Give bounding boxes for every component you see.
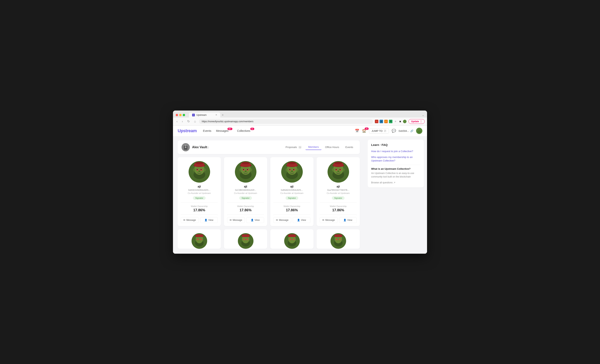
faq-question-1[interactable]: Who approves my membership to an Upstrea… xyxy=(371,155,420,163)
new-tab-button[interactable]: + xyxy=(220,112,225,118)
app-logo[interactable]: Upstream xyxy=(178,128,197,133)
browser-extensions: 🔖 ◎ ⚡ N ☆ ▣ xyxy=(375,120,406,123)
svg-point-15 xyxy=(196,162,203,164)
home-button[interactable]: ⌂ xyxy=(193,119,197,124)
view-button-0[interactable]: 👤 View xyxy=(200,217,218,223)
member-card-partial-0 xyxy=(178,229,221,249)
update-chevron: ⋮ xyxy=(420,120,422,123)
nav-messages[interactable]: Messages 99+ xyxy=(216,129,228,132)
svg-point-33 xyxy=(245,171,247,172)
svg-point-61 xyxy=(343,168,345,172)
svg-point-81 xyxy=(290,239,291,240)
user-profile-small[interactable] xyxy=(403,120,406,123)
tab-bar: U Upstream ✕ + xyxy=(189,112,420,118)
ext-icon-6[interactable]: ▣ xyxy=(398,120,402,123)
chat-button[interactable]: 💬 xyxy=(392,129,396,133)
url-text: https://noneofyourbiz.upstreamapp.com/me… xyxy=(202,120,253,123)
svg-point-3 xyxy=(418,130,419,130)
header-right: 📅 🏠 31 JUMP TO / 💬 0xb594... 🔗 xyxy=(355,128,422,134)
active-tab[interactable]: U Upstream ✕ xyxy=(189,112,220,118)
ext-icon-1[interactable]: 🔖 xyxy=(375,120,378,123)
member-actions-0: ✉ Message 👤 View xyxy=(181,215,218,223)
vault-home-icon[interactable]: ⌂ xyxy=(207,146,209,149)
tab-events[interactable]: Events xyxy=(343,145,356,150)
forward-button[interactable]: › xyxy=(181,119,184,124)
view-icon-2: 👤 xyxy=(297,219,300,221)
svg-point-57 xyxy=(336,169,337,170)
wallet-ownership-section-1: Wallet Ownership 17.86% xyxy=(227,202,264,215)
wallet-label-2: Wallet Ownership xyxy=(273,205,310,207)
wallet-pct-3: 17.86% xyxy=(320,208,357,212)
update-label: Update xyxy=(411,120,419,123)
nav-collectives[interactable]: Collectives 31 xyxy=(237,129,250,132)
copy-icon[interactable]: 🔗 xyxy=(410,129,413,132)
svg-point-82 xyxy=(293,239,294,240)
message-button-2[interactable]: ✉ Message xyxy=(273,217,291,223)
fullscreen-traffic-light[interactable] xyxy=(183,114,185,116)
svg-rect-87 xyxy=(335,234,342,237)
member-actions-1: ✉ Message 👤 View xyxy=(227,215,264,223)
ext-icon-5[interactable]: ☆ xyxy=(394,120,397,123)
vault-name: Alex Vault xyxy=(192,146,207,149)
tab-members[interactable]: Members xyxy=(305,144,321,150)
minimize-traffic-light[interactable] xyxy=(179,114,182,116)
user-avatar[interactable] xyxy=(416,128,422,134)
member-username-0: ajt xyxy=(197,185,201,188)
faq-featured-question: What is an Upstream Collective? xyxy=(371,167,420,170)
member-avatar-1 xyxy=(235,161,256,182)
wallet-label-3: Wallet Ownership xyxy=(320,205,357,207)
wallet-label-0: Wallet Ownership xyxy=(181,205,218,207)
close-traffic-light[interactable] xyxy=(176,114,178,116)
message-button-0[interactable]: ✉ Message xyxy=(181,217,198,223)
wallet-ownership-section-0: Wallet Ownership 17.86% xyxy=(181,202,218,215)
message-icon-2: ✉ xyxy=(276,219,278,221)
home-notification-button[interactable]: 🏠 31 xyxy=(362,129,366,133)
member-badge-2: Signator xyxy=(286,196,298,200)
view-button-1[interactable]: 👤 View xyxy=(246,217,264,223)
view-button-3[interactable]: 👤 View xyxy=(339,217,357,223)
jump-to-label: JUMP TO xyxy=(372,129,383,132)
view-button-2[interactable]: 👤 View xyxy=(293,217,310,223)
title-bar: U Upstream ✕ + ⌄ xyxy=(173,110,427,118)
svg-point-46 xyxy=(291,171,293,172)
collectives-badge: 31 xyxy=(250,128,254,130)
message-button-1[interactable]: ✉ Message xyxy=(227,217,245,223)
jump-to-button[interactable]: JUMP TO / xyxy=(369,128,389,134)
calendar-button[interactable]: 📅 xyxy=(355,129,359,133)
svg-rect-66 xyxy=(196,234,203,237)
faq-question-0[interactable]: How do I request to join a Collective? xyxy=(371,150,420,153)
svg-point-47 xyxy=(286,168,288,172)
wallet-pct-0: 17.86% xyxy=(181,208,218,212)
tab-proposals[interactable]: Proposals 1 xyxy=(283,145,305,150)
members-grid: ajt 0xB3DX456954c82f1... Co-founder at U… xyxy=(178,157,360,226)
svg-point-58 xyxy=(339,169,340,170)
wallet-label-1: Wallet Ownership xyxy=(227,205,264,207)
member-address-1: 0xC0BD466954c82f... xyxy=(235,189,256,191)
update-button[interactable]: Update ⋮ xyxy=(408,119,425,124)
reload-button[interactable]: ↻ xyxy=(186,119,191,124)
wallet-ownership-section-2: Wallet Ownership 17.86% xyxy=(273,202,310,215)
member-card-partial-1 xyxy=(224,229,267,249)
ext-icon-4[interactable]: N xyxy=(389,120,393,123)
member-badge-3: Signator xyxy=(332,196,345,200)
svg-rect-73 xyxy=(242,234,249,237)
vault-tabs: Proposals 1 Members Office Hours Events xyxy=(283,144,356,150)
tab-close-button[interactable]: ✕ xyxy=(215,114,217,116)
url-bar[interactable]: https://noneofyourbiz.upstreamapp.com/me… xyxy=(199,119,373,124)
home-badge: 31 xyxy=(365,127,369,130)
ext-icon-3[interactable]: ⚡ xyxy=(384,120,388,123)
faq-featured-answer: An Upstream Collective is an easy-to-use… xyxy=(371,172,420,179)
ext-icon-2[interactable]: ◎ xyxy=(380,120,383,123)
svg-point-67 xyxy=(197,239,198,240)
svg-rect-80 xyxy=(289,234,296,237)
tab-office-hours[interactable]: Office Hours xyxy=(322,145,342,150)
message-button-3[interactable]: ✉ Message xyxy=(320,217,338,223)
message-icon-1: ✉ xyxy=(230,219,232,221)
back-button[interactable]: ‹ xyxy=(175,119,179,124)
faq-title: Learn · FAQ xyxy=(371,143,420,146)
svg-point-4 xyxy=(420,130,420,130)
svg-point-32 xyxy=(247,169,248,170)
faq-card: Learn · FAQ How do I request to join a C… xyxy=(368,140,424,188)
browse-all-link[interactable]: Browse all questions ↗ xyxy=(371,181,420,184)
nav-events[interactable]: Events xyxy=(203,129,211,132)
